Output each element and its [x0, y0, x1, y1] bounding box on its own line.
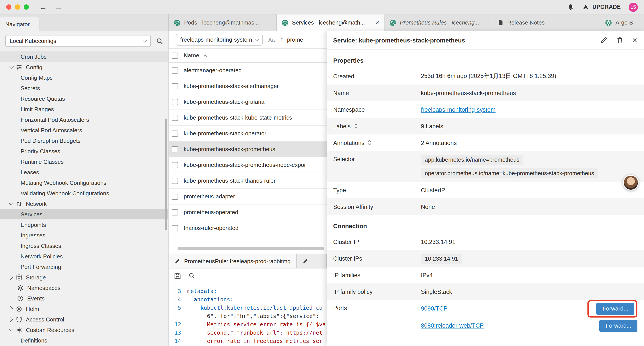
forward-port-button[interactable]: Forward...	[600, 320, 638, 332]
sidebar-search-button[interactable]	[156, 37, 163, 44]
swap-vertical-icon	[16, 200, 22, 207]
service-row[interactable]: prometheus-operated	[169, 205, 326, 220]
tab-close-icon[interactable]: ×	[375, 19, 379, 26]
editor-toolbar	[169, 269, 326, 283]
service-row[interactable]: kube-prometheus-stack-grafana	[169, 94, 326, 110]
tab-label: Prometheus Rules - icecheng...	[400, 19, 480, 26]
service-row[interactable]: alertmanager-operated	[169, 63, 326, 78]
window-zoom-button[interactable]	[24, 4, 29, 10]
close-icon[interactable]: ×	[632, 36, 638, 44]
tab-pods[interactable]: Pods - icecheng@mathmas...	[169, 14, 277, 31]
kubeconfig-select[interactable]: Local Kubeconfigs	[5, 35, 151, 47]
sidebar-item-storage[interactable]: Storage	[0, 272, 168, 283]
sidebar-item-mutating-webhook-configurations[interactable]: Mutating Webhook Configurations	[0, 177, 168, 188]
edit-pencil-icon[interactable]	[600, 36, 608, 44]
sidebar-item-runtime-classes[interactable]: Runtime Classes	[0, 156, 168, 167]
sidebar-item-validating-webhook-configurations[interactable]: Validating Webhook Configurations	[0, 188, 168, 198]
row-checkbox[interactable]	[172, 146, 178, 152]
notifications-bell-icon[interactable]	[568, 3, 574, 10]
expand-collapse-icon[interactable]	[368, 139, 372, 146]
detail-row-session-affinity: Session Affinity None	[326, 198, 644, 215]
sidebar-item-config[interactable]: Config	[0, 62, 168, 72]
name-column-header[interactable]: Name	[184, 52, 208, 59]
service-row[interactable]: kube-prometheus-stack-kube-state-metrics	[169, 110, 326, 126]
service-row-selected[interactable]: kube-prometheus-stack-prometheus	[169, 141, 326, 157]
back-button[interactable]: ←	[40, 3, 47, 11]
forward-button[interactable]: →	[55, 3, 62, 11]
upgrade-button[interactable]: UPGRADE	[582, 3, 621, 10]
sidebar-item-horizontal-pod-autoscalers[interactable]: Horizontal Pod Autoscalers	[0, 114, 168, 125]
row-checkbox[interactable]	[172, 162, 178, 168]
sidebar-item-ingress-classes[interactable]: Ingress Classes	[0, 240, 168, 251]
sidebar-item-vertical-pod-autoscalers[interactable]: Vertical Pod Autoscalers	[0, 125, 168, 135]
sidebar-item-custom-resources[interactable]: Custom Resources	[0, 325, 168, 335]
editor-search-icon[interactable]	[188, 272, 195, 279]
match-case-toggle[interactable]: Aa	[268, 36, 275, 43]
row-checkbox[interactable]	[172, 130, 178, 136]
sidebar-item-definitions[interactable]: Definitions	[0, 335, 168, 346]
sidebar-item-leases[interactable]: Leases	[0, 167, 168, 177]
service-row[interactable]: kube-prometheus-stack-thanos-ruler	[169, 173, 326, 189]
select-all-checkbox[interactable]	[172, 52, 178, 58]
sidebar-item-namespaces[interactable]: Namespaces	[0, 283, 168, 293]
line-number: 4	[169, 295, 181, 304]
sidebar-item-ingresses[interactable]: Ingresses	[0, 230, 168, 240]
line-number: 13	[169, 329, 181, 337]
document-tab-partial[interactable]	[297, 254, 326, 268]
row-checkbox[interactable]	[172, 209, 178, 215]
sidebar-item-network-policies[interactable]: Network Policies	[0, 251, 168, 262]
editor-line: 4 annotations:	[169, 295, 326, 304]
row-checkbox[interactable]	[172, 83, 178, 89]
tab-argo[interactable]: Argo S	[600, 14, 644, 31]
tab-release-notes[interactable]: Release Notes	[492, 14, 600, 31]
sidebar-item-pod-disruption-budgets[interactable]: Pod Disruption Budgets	[0, 135, 168, 146]
save-icon[interactable]	[174, 272, 181, 279]
editor-line: 12 Metrics service error rate is {{ $va	[169, 320, 326, 329]
editor-line: 13 second.","runbook_url":"https://net	[169, 329, 326, 337]
namespace-select[interactable]: freeleaps-monitoring-system	[176, 34, 262, 45]
service-row[interactable]: kube-prometheus-stack-alertmanager	[169, 78, 326, 94]
prometheusrule-document-tab[interactable]: PrometheusRule: freeleaps-prod-rabbitmq	[169, 254, 297, 268]
assistant-avatar[interactable]	[623, 175, 639, 191]
row-checkbox[interactable]	[172, 193, 178, 200]
row-checkbox[interactable]	[172, 99, 178, 105]
row-checkbox[interactable]	[172, 178, 178, 184]
delete-trash-icon[interactable]	[616, 36, 624, 43]
port-link-9090[interactable]: 9090/TCP	[421, 305, 448, 312]
sidebar-item-access-control[interactable]: Access Control	[0, 314, 168, 325]
sidebar-item-config-maps[interactable]: Config Maps	[0, 72, 168, 83]
sidebar-item-helm[interactable]: Helm	[0, 304, 168, 314]
sidebar-item-secrets[interactable]: Secrets	[0, 83, 168, 93]
service-row[interactable]: kube-prometheus-stack-operator	[169, 126, 326, 141]
sidebar-item-endpoints[interactable]: Endpoints	[0, 219, 168, 230]
sidebar-item-port-forwarding[interactable]: Port Forwarding	[0, 262, 168, 272]
search-input[interactable]: Aa .* prome	[268, 36, 322, 43]
window-close-button[interactable]	[6, 4, 12, 10]
sidebar-item-events[interactable]: Events	[0, 293, 168, 304]
service-row[interactable]: kube-prometheus-stack-prometheus-node-ex…	[169, 157, 326, 173]
sidebar-item-network[interactable]: Network	[0, 198, 168, 209]
tab-prometheus-rules[interactable]: Prometheus Rules - icecheng...	[384, 14, 492, 31]
expand-collapse-icon[interactable]	[354, 123, 358, 130]
service-row[interactable]: thanos-ruler-operated	[169, 220, 326, 236]
horizontal-scrollbar[interactable]	[178, 247, 324, 250]
notification-count-badge[interactable]: 15	[629, 2, 638, 11]
sidebar-item-limit-ranges[interactable]: Limit Ranges	[0, 104, 168, 114]
namespace-link[interactable]: freeleaps-monitoring-system	[421, 106, 496, 113]
port-link-8080[interactable]: 8080:reloader-web/TCP	[421, 322, 484, 329]
regex-toggle[interactable]: .*	[279, 36, 282, 43]
service-row[interactable]: prometheus-adapter	[169, 189, 326, 205]
sidebar-scrollbar[interactable]	[165, 119, 167, 230]
navigator-tab[interactable]: Navigator	[0, 17, 40, 31]
sidebar-item-services[interactable]: Services	[0, 209, 168, 219]
window-minimize-button[interactable]	[15, 4, 20, 10]
forward-port-button[interactable]: Forward...	[596, 303, 634, 315]
row-checkbox[interactable]	[172, 225, 178, 231]
sidebar-item-priority-classes[interactable]: Priority Classes	[0, 146, 168, 156]
sidebar-item-resource-quotas[interactable]: Resource Quotas	[0, 93, 168, 104]
tab-services[interactable]: Services - icecheng@math... ×	[277, 14, 384, 31]
row-checkbox[interactable]	[172, 67, 178, 73]
sidebar-item-cron-jobs[interactable]: Cron Jobs	[0, 51, 168, 62]
yaml-editor[interactable]: 3metadata: 4 annotations: 5 kubectl.kube…	[169, 283, 326, 346]
row-checkbox[interactable]	[172, 114, 178, 121]
